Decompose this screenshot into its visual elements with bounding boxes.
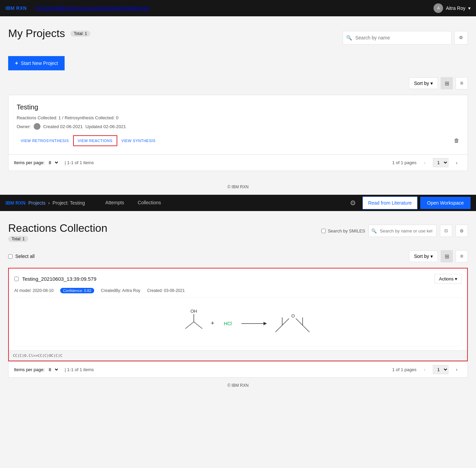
reaction-svg: OH + HCl O — [160, 303, 316, 341]
ai-model: AI model: 2020-08-10 — [14, 288, 53, 293]
page-info: 1 of 1 pages — [392, 160, 417, 165]
reactions-pagination-bar: Items per page: 8 16 32 | 1-1 of 1 items… — [8, 361, 468, 378]
ketcher-button[interactable]: ⊡ — [440, 225, 452, 237]
reactions-items-per-page-select[interactable]: 8 16 32 — [47, 367, 59, 372]
top-nav-links: Projects Collaborators Learn Actions Rob… — [35, 5, 150, 11]
created-date: Created: 03-06-2021 — [147, 288, 185, 293]
reactions-next-page-button[interactable]: › — [451, 364, 462, 375]
grid-view-button[interactable]: ⊞ — [441, 77, 453, 89]
search-icon-b: 🔍 — [371, 228, 377, 233]
project-created: Created 02-06-2021 — [43, 124, 83, 129]
view-reactions-link[interactable]: VIEW REACTIONS — [73, 135, 117, 146]
reactions-grid-view[interactable]: ⊞ — [441, 250, 453, 262]
nav-link-projects[interactable]: Projects — [35, 5, 52, 11]
chevron-down-icon-b: ▾ — [430, 254, 433, 259]
project-actions: VIEW RETROSYNTHESIS VIEW REACTIONS VIEW … — [17, 135, 459, 146]
search-wrap: 🔍 — [343, 31, 452, 45]
pagination-bar: Items per page: 8 16 32 | 1-1 of 1 items… — [8, 155, 468, 171]
start-new-project-button[interactable]: + Start New Project — [8, 56, 65, 70]
reactions-page: Reactions Collection Total: 1 Search by … — [0, 211, 476, 378]
reactions-search-wrap: 🔍 — [369, 225, 437, 237]
tab-attempts[interactable]: Attempts — [99, 195, 131, 211]
reactions-list-view[interactable]: ≡ — [456, 250, 468, 262]
arrow-head — [264, 322, 267, 325]
read-literature-button[interactable]: Read from Literature — [362, 196, 418, 209]
advanced-filter-button[interactable]: ⚙ — [456, 225, 468, 237]
reactions-prev-page-button[interactable]: ‹ — [419, 364, 430, 375]
select-all-checkbox[interactable] — [8, 254, 13, 259]
avatar: A — [434, 3, 443, 13]
top-navigation: IBM RXN Projects Collaborators Learn Act… — [0, 0, 476, 16]
filter-button[interactable]: ⚙ — [454, 31, 468, 45]
svg-line-2 — [194, 322, 202, 329]
reactions-search-row: Search by SMILES 🔍 ⊡ ⚙ — [321, 225, 468, 237]
settings-button[interactable]: ⚙ — [346, 196, 360, 210]
reactions-section-wrap: IBM RXN Projects › Project: Testing Atte… — [0, 195, 476, 393]
page-header: My Projects Total: 1 — [8, 27, 90, 40]
project-updated: Updated 02-06-2021 — [85, 124, 126, 129]
svg-line-5 — [282, 318, 289, 325]
sort-label-b: Sort by — [414, 254, 429, 259]
reactions-toolbar-right: Sort by ▾ ⊞ ≡ — [409, 250, 468, 262]
list-view-button[interactable]: ≡ — [456, 77, 468, 89]
svg-line-1 — [185, 322, 194, 329]
sort-label: Sort by — [414, 81, 429, 86]
project-links: VIEW RETROSYNTHESIS VIEW REACTIONS VIEW … — [17, 135, 159, 146]
search-icon: 🔍 — [346, 35, 352, 40]
reaction-name: Testing_20210603_13:39:09.579 — [22, 276, 97, 282]
trash-icon: 🗑 — [454, 138, 459, 143]
select-all-label: Select all — [15, 254, 35, 259]
view-synthesis-link[interactable]: VIEW SYNTHESIS — [117, 135, 160, 146]
actions-dropdown-button[interactable]: Actions ▾ — [435, 274, 462, 284]
reactions-page-number-select[interactable]: 1 — [433, 365, 448, 374]
tab-collections[interactable]: Collections — [131, 195, 168, 211]
reactions-page-info: 1 of 1 pages — [392, 367, 417, 372]
chevron-down-icon: ▾ — [468, 5, 471, 11]
reactions-sort-button[interactable]: Sort by ▾ — [409, 250, 438, 262]
smiles-checkbox[interactable] — [321, 229, 326, 233]
gear-icon: ⚙ — [350, 199, 356, 207]
sort-by-button[interactable]: Sort by ▾ — [409, 77, 438, 89]
nav-link-webcam[interactable]: WebCam — [130, 5, 149, 11]
reactions-search-input[interactable] — [369, 225, 437, 237]
reaction-card-header: Testing_20210603_13:39:09.579 Actions ▾ — [14, 274, 462, 284]
confidence-badge: Confidence: 0.82 — [60, 288, 94, 293]
prev-page-button[interactable]: ‹ — [419, 157, 430, 168]
projects-breadcrumb-link[interactable]: Projects — [28, 200, 46, 206]
reactions-pagination-right: 1 of 1 pages ‹ 1 › — [392, 364, 462, 375]
next-page-button[interactable]: › — [451, 157, 462, 168]
user-area: A Aitra Roy ▾ — [434, 3, 471, 13]
items-per-page-label-b: Items per page: — [14, 367, 45, 372]
reaction-name-row: Testing_20210603_13:39:09.579 — [14, 276, 97, 282]
grid-icon-b: ⊞ — [445, 253, 449, 260]
nav-link-collaborators[interactable]: Collaborators — [52, 5, 80, 11]
project-meta: Reactions Collected: 1 / Retrosynthesis … — [17, 115, 459, 120]
items-per-page-select[interactable]: 8 16 32 — [47, 160, 59, 166]
smiles-search-wrap: Search by SMILES — [321, 228, 365, 233]
nav-link-actions[interactable]: Actions — [92, 5, 108, 11]
nav-tabs: Attempts Collections — [99, 195, 168, 211]
search-area: 🔍 ⚙ — [343, 31, 468, 45]
nav-link-roborxn[interactable]: RoboRXN — [108, 5, 130, 11]
nav-link-learn[interactable]: Learn — [80, 5, 92, 11]
project-name: Testing — [17, 103, 459, 111]
nav-right-actions: ⚙ Read from Literature Open Workspace — [346, 196, 471, 210]
search-input[interactable] — [343, 31, 452, 45]
svg-line-4 — [275, 325, 282, 332]
delete-project-button[interactable]: 🗑 — [454, 138, 459, 144]
page-number-select[interactable]: 1 — [433, 158, 448, 167]
reactions-items-per-page: Items per page: 8 16 32 | 1-1 of 1 items — [14, 367, 94, 372]
project-owner-row: Owner: Created 02-06-2021 Updated 02-06-… — [17, 123, 459, 130]
total-badge: Total: 1 — [70, 31, 90, 37]
chevron-down-icon-c: ▾ — [455, 276, 457, 281]
brand-logo: IBM RXN — [5, 5, 27, 11]
items-count: | 1-1 of 1 items — [65, 160, 94, 165]
plus-sign: + — [211, 320, 215, 327]
view-retrosynthesis-link[interactable]: VIEW RETROSYNTHESIS — [17, 135, 73, 146]
select-all-row: Select all — [8, 254, 35, 259]
second-navigation: IBM RXN Projects › Project: Testing Atte… — [0, 195, 476, 211]
reaction-checkbox[interactable] — [14, 277, 19, 281]
reactions-toolbar: Select all Sort by ▾ ⊞ ≡ — [8, 250, 468, 262]
items-per-page: Items per page: 8 16 32 | 1-1 of 1 items — [14, 160, 94, 166]
open-workspace-button[interactable]: Open Workspace — [420, 197, 471, 209]
